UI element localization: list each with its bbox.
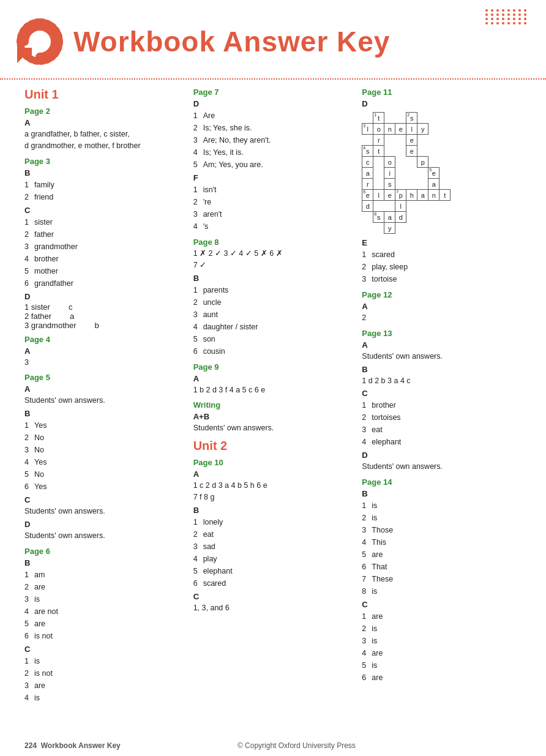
list-item: 1lonely [193,516,353,528]
page6-B-label: B [24,558,184,567]
list-item: 4are [362,647,522,659]
list-item: 8is [362,585,522,597]
list-item: 2 fathera [24,312,184,321]
page13-B-text: 1 d 2 b 3 a 4 c [362,375,522,387]
list-item: 4play [193,553,353,565]
page4-header: Page 4 [24,335,184,344]
list-item: 1Are [193,110,353,122]
list-item: 3aren't [193,208,353,220]
list-item: 4elephant [362,436,522,448]
list-item: 4This [362,536,522,548]
page14-C-label: C [362,600,522,609]
list-item: 5mother [24,265,184,277]
list-item: 1is [24,655,184,667]
page13-B-label: B [362,365,522,374]
list-item: 3grandmother [24,241,184,253]
list-item: 4are not [24,605,184,618]
page9-A-text: 1 b 2 d 3 f 4 a 5 c 6 e [193,384,353,396]
footer-copyright: © Copyright Oxford University Press [237,741,356,750]
page5-header: Page 5 [24,373,184,382]
column-2: Page 7 D 1Are 2Is; Yes, she is. 3Are; No… [193,83,362,704]
page5-C-label: C [24,495,184,504]
list-item: 4's [193,220,353,233]
page5-D-text: Students' own answers. [24,530,184,542]
page8-top2: 7 ✓ [193,260,353,271]
header: Workbook Answer Key [0,0,546,80]
logo [12,14,67,69]
list-item: 6Yes [24,481,184,493]
list-item: 2is [362,623,522,635]
list-item: 4Yes [24,456,184,468]
page8-B-label: B [193,274,353,283]
list-item: 3sad [193,541,353,553]
list-item: 2is not [24,667,184,679]
list-item: 2eat [193,528,353,541]
page10-header: Page 10 [193,458,353,467]
list-item: 6That [362,561,522,573]
page9-header: Page 9 [193,362,353,372]
list-item: 5are [362,548,522,561]
list-item: 3 grandmotherb [24,321,184,330]
page7-header: Page 7 [193,88,353,97]
crossword-grid: 1t 2s 3l o n e l y [362,112,451,234]
page10-C-text: 1, 3, and 6 [193,602,353,614]
list-item: 1sister [24,216,184,228]
page6-header: Page 6 [24,547,184,556]
page11-E-label: E [362,238,522,247]
list-item: 2No [24,432,184,444]
page13-A-label: A [362,340,522,350]
page4-A-text: 3 [24,357,184,369]
list-item: 7These [362,573,522,585]
writing-text: Students' own answers. [193,422,353,434]
page2-A-label: A [24,118,184,127]
list-item: 1Yes [24,419,184,432]
list-item: 3aunt [193,309,353,321]
page10-A-line1: 1 c 2 d 3 a 4 b 5 h 6 e [193,480,353,492]
list-item: 5son [193,333,353,345]
page8-top: 1 ✗ 2 ✓ 3 ✓ 4 ✓ 5 ✗ 6 ✗ [193,248,353,260]
svg-marker-1 [17,48,32,63]
page11-header: Page 11 [362,88,522,97]
page13-D-label: D [362,451,522,460]
main-content: Unit 1 Page 2 A a grandfather, b father,… [0,80,546,716]
list-item: 5No [24,468,184,481]
list-item: 2tortoises [362,411,522,424]
page5-A-text: Students' own answers. [24,395,184,406]
page7-F-label: F [193,173,353,182]
footer: 224 Workbook Answer Key © Copyright Oxfo… [24,741,522,750]
list-item: 3is [362,635,522,647]
list-item: 1 sisterc [24,302,184,312]
page3-D-label: D [24,292,184,301]
page8-header: Page 8 [193,238,353,247]
page3-header: Page 3 [24,157,184,166]
page5-A-label: A [24,384,184,394]
list-item: 2father [24,228,184,241]
page10-A-line2: 7 f 8 g [193,492,353,503]
list-item: 2Is; Yes, she is. [193,122,353,134]
list-item: 2uncle [193,296,353,309]
page-title: Workbook Answer Key [73,25,390,58]
list-item: 6are [362,672,522,684]
page7-D-label: D [193,99,353,108]
page5-B-label: B [24,409,184,418]
list-item: 2are [24,581,184,593]
list-item: 3is [24,593,184,605]
page13-C-label: C [362,389,522,398]
page13-header: Page 13 [362,329,522,338]
page6-C-label: C [24,645,184,654]
page2-A-line2: d grandmother, e mother, f brother [24,140,184,152]
list-item: 6cousin [193,345,353,357]
page10-B-label: B [193,506,353,515]
page5-D-label: D [24,520,184,529]
list-item: 1scared [362,249,522,261]
page3-B-label: B [24,168,184,178]
list-item: 4daughter / sister [193,321,353,333]
list-item: 4Is; Yes, it is. [193,146,353,159]
page12-header: Page 12 [362,290,522,299]
list-item: 3Those [362,524,522,536]
list-item: 3eat [362,424,522,436]
list-item: 1isn't [193,184,353,196]
page3-C-label: C [24,206,184,215]
page10-C-label: C [193,592,353,601]
writing-header: Writing [193,400,353,410]
